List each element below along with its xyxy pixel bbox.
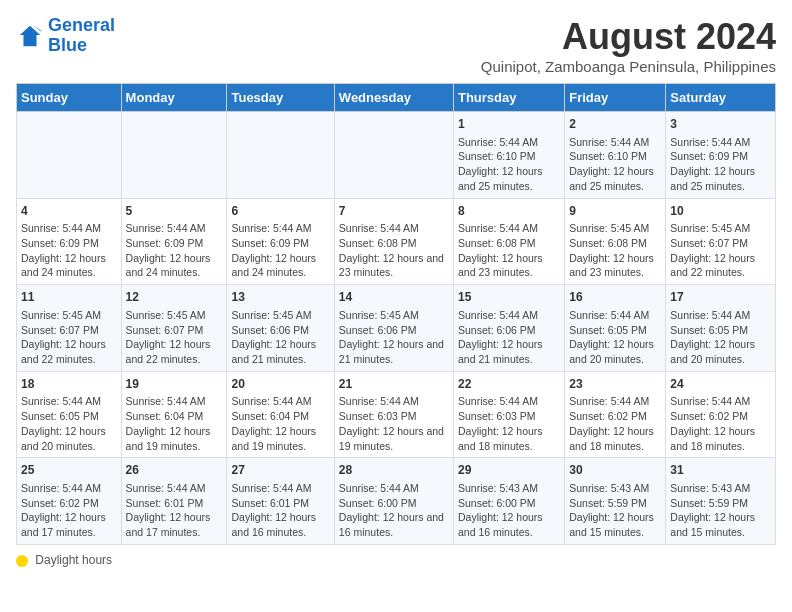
day-number: 4: [21, 203, 117, 220]
day-number: 6: [231, 203, 329, 220]
col-header-wednesday: Wednesday: [334, 84, 453, 112]
title-block: August 2024 Quinipot, Zamboanga Peninsul…: [481, 16, 776, 75]
day-number: 20: [231, 376, 329, 393]
calendar-cell: 11Sunrise: 5:45 AMSunset: 6:07 PMDayligh…: [17, 285, 122, 372]
day-info: Sunrise: 5:44 AMSunset: 6:10 PMDaylight:…: [458, 135, 560, 194]
calendar-cell: 6Sunrise: 5:44 AMSunset: 6:09 PMDaylight…: [227, 198, 334, 285]
day-info: Sunrise: 5:44 AMSunset: 6:10 PMDaylight:…: [569, 135, 661, 194]
calendar-cell: 29Sunrise: 5:43 AMSunset: 6:00 PMDayligh…: [453, 458, 564, 545]
calendar-cell: 8Sunrise: 5:44 AMSunset: 6:08 PMDaylight…: [453, 198, 564, 285]
day-number: 3: [670, 116, 771, 133]
day-info: Sunrise: 5:44 AMSunset: 6:09 PMDaylight:…: [21, 221, 117, 280]
day-info: Sunrise: 5:45 AMSunset: 6:06 PMDaylight:…: [339, 308, 449, 367]
day-info: Sunrise: 5:44 AMSunset: 6:05 PMDaylight:…: [21, 394, 117, 453]
calendar-cell: 22Sunrise: 5:44 AMSunset: 6:03 PMDayligh…: [453, 371, 564, 458]
calendar-cell: 4Sunrise: 5:44 AMSunset: 6:09 PMDaylight…: [17, 198, 122, 285]
header-row: SundayMondayTuesdayWednesdayThursdayFrid…: [17, 84, 776, 112]
col-header-monday: Monday: [121, 84, 227, 112]
day-info: Sunrise: 5:44 AMSunset: 6:04 PMDaylight:…: [126, 394, 223, 453]
col-header-saturday: Saturday: [666, 84, 776, 112]
day-info: Sunrise: 5:45 AMSunset: 6:07 PMDaylight:…: [21, 308, 117, 367]
day-info: Sunrise: 5:44 AMSunset: 6:09 PMDaylight:…: [126, 221, 223, 280]
day-info: Sunrise: 5:44 AMSunset: 6:02 PMDaylight:…: [569, 394, 661, 453]
day-info: Sunrise: 5:45 AMSunset: 6:07 PMDaylight:…: [126, 308, 223, 367]
col-header-friday: Friday: [565, 84, 666, 112]
calendar-cell: 12Sunrise: 5:45 AMSunset: 6:07 PMDayligh…: [121, 285, 227, 372]
calendar-cell: 31Sunrise: 5:43 AMSunset: 5:59 PMDayligh…: [666, 458, 776, 545]
day-number: 9: [569, 203, 661, 220]
day-info: Sunrise: 5:44 AMSunset: 6:01 PMDaylight:…: [126, 481, 223, 540]
day-info: Sunrise: 5:44 AMSunset: 6:05 PMDaylight:…: [670, 308, 771, 367]
day-info: Sunrise: 5:44 AMSunset: 6:09 PMDaylight:…: [670, 135, 771, 194]
day-number: 23: [569, 376, 661, 393]
col-header-tuesday: Tuesday: [227, 84, 334, 112]
day-number: 30: [569, 462, 661, 479]
day-number: 13: [231, 289, 329, 306]
day-number: 24: [670, 376, 771, 393]
calendar-cell: 18Sunrise: 5:44 AMSunset: 6:05 PMDayligh…: [17, 371, 122, 458]
daylight-label: Daylight hours: [35, 553, 112, 567]
day-info: Sunrise: 5:44 AMSunset: 6:02 PMDaylight:…: [670, 394, 771, 453]
calendar-cell: 20Sunrise: 5:44 AMSunset: 6:04 PMDayligh…: [227, 371, 334, 458]
calendar-cell: 15Sunrise: 5:44 AMSunset: 6:06 PMDayligh…: [453, 285, 564, 372]
svg-marker-0: [20, 26, 41, 47]
day-number: 11: [21, 289, 117, 306]
week-row-5: 25Sunrise: 5:44 AMSunset: 6:02 PMDayligh…: [17, 458, 776, 545]
day-number: 5: [126, 203, 223, 220]
day-info: Sunrise: 5:43 AMSunset: 5:59 PMDaylight:…: [569, 481, 661, 540]
calendar-cell: 7Sunrise: 5:44 AMSunset: 6:08 PMDaylight…: [334, 198, 453, 285]
week-row-4: 18Sunrise: 5:44 AMSunset: 6:05 PMDayligh…: [17, 371, 776, 458]
calendar-cell: [17, 112, 122, 199]
calendar-cell: [227, 112, 334, 199]
day-info: Sunrise: 5:44 AMSunset: 6:02 PMDaylight:…: [21, 481, 117, 540]
day-number: 15: [458, 289, 560, 306]
calendar-cell: 10Sunrise: 5:45 AMSunset: 6:07 PMDayligh…: [666, 198, 776, 285]
logo-text: General Blue: [48, 16, 115, 56]
daylight-legend: Daylight hours: [16, 553, 112, 567]
footer: Daylight hours: [16, 553, 776, 567]
day-info: Sunrise: 5:45 AMSunset: 6:06 PMDaylight:…: [231, 308, 329, 367]
day-number: 29: [458, 462, 560, 479]
day-number: 1: [458, 116, 560, 133]
day-info: Sunrise: 5:45 AMSunset: 6:08 PMDaylight:…: [569, 221, 661, 280]
calendar-cell: 5Sunrise: 5:44 AMSunset: 6:09 PMDaylight…: [121, 198, 227, 285]
week-row-1: 1Sunrise: 5:44 AMSunset: 6:10 PMDaylight…: [17, 112, 776, 199]
calendar-cell: 28Sunrise: 5:44 AMSunset: 6:00 PMDayligh…: [334, 458, 453, 545]
page-header: General Blue August 2024 Quinipot, Zambo…: [16, 16, 776, 75]
subtitle: Quinipot, Zamboanga Peninsula, Philippin…: [481, 58, 776, 75]
day-info: Sunrise: 5:44 AMSunset: 6:05 PMDaylight:…: [569, 308, 661, 367]
day-info: Sunrise: 5:45 AMSunset: 6:07 PMDaylight:…: [670, 221, 771, 280]
day-number: 2: [569, 116, 661, 133]
calendar-cell: 21Sunrise: 5:44 AMSunset: 6:03 PMDayligh…: [334, 371, 453, 458]
day-info: Sunrise: 5:44 AMSunset: 6:06 PMDaylight:…: [458, 308, 560, 367]
day-number: 28: [339, 462, 449, 479]
calendar-cell: 2Sunrise: 5:44 AMSunset: 6:10 PMDaylight…: [565, 112, 666, 199]
day-info: Sunrise: 5:44 AMSunset: 6:01 PMDaylight:…: [231, 481, 329, 540]
day-info: Sunrise: 5:44 AMSunset: 6:08 PMDaylight:…: [458, 221, 560, 280]
calendar-cell: 13Sunrise: 5:45 AMSunset: 6:06 PMDayligh…: [227, 285, 334, 372]
calendar-cell: 14Sunrise: 5:45 AMSunset: 6:06 PMDayligh…: [334, 285, 453, 372]
main-title: August 2024: [481, 16, 776, 58]
logo-icon: [16, 22, 44, 50]
day-number: 8: [458, 203, 560, 220]
calendar-cell: [334, 112, 453, 199]
day-number: 14: [339, 289, 449, 306]
day-number: 25: [21, 462, 117, 479]
day-info: Sunrise: 5:44 AMSunset: 6:03 PMDaylight:…: [458, 394, 560, 453]
day-number: 22: [458, 376, 560, 393]
day-number: 12: [126, 289, 223, 306]
calendar-cell: 27Sunrise: 5:44 AMSunset: 6:01 PMDayligh…: [227, 458, 334, 545]
calendar-cell: 24Sunrise: 5:44 AMSunset: 6:02 PMDayligh…: [666, 371, 776, 458]
calendar-cell: 25Sunrise: 5:44 AMSunset: 6:02 PMDayligh…: [17, 458, 122, 545]
day-number: 19: [126, 376, 223, 393]
logo: General Blue: [16, 16, 115, 56]
calendar-cell: 23Sunrise: 5:44 AMSunset: 6:02 PMDayligh…: [565, 371, 666, 458]
week-row-3: 11Sunrise: 5:45 AMSunset: 6:07 PMDayligh…: [17, 285, 776, 372]
calendar-cell: 1Sunrise: 5:44 AMSunset: 6:10 PMDaylight…: [453, 112, 564, 199]
day-info: Sunrise: 5:43 AMSunset: 6:00 PMDaylight:…: [458, 481, 560, 540]
calendar-cell: 16Sunrise: 5:44 AMSunset: 6:05 PMDayligh…: [565, 285, 666, 372]
calendar-cell: 30Sunrise: 5:43 AMSunset: 5:59 PMDayligh…: [565, 458, 666, 545]
day-number: 10: [670, 203, 771, 220]
calendar-cell: 19Sunrise: 5:44 AMSunset: 6:04 PMDayligh…: [121, 371, 227, 458]
calendar-cell: 17Sunrise: 5:44 AMSunset: 6:05 PMDayligh…: [666, 285, 776, 372]
